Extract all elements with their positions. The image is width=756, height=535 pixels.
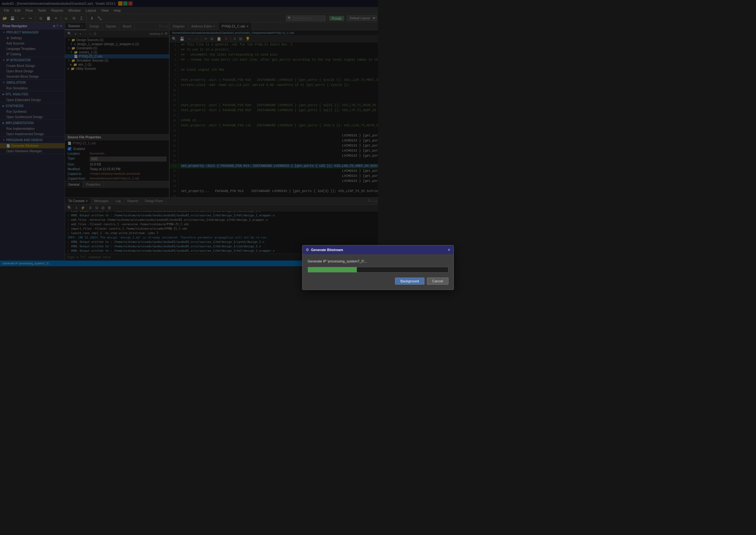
modal-message: Generate IP 'processing_system7_0'... (308, 259, 378, 263)
modal-body: Generate IP 'processing_system7_0'... Ba… (302, 254, 378, 268)
progress-bar-fill (308, 267, 357, 268)
modal-title-text: Generate Bitstream (311, 248, 378, 252)
modal-title-icon: ⚙ (306, 248, 309, 252)
progress-bar-container (308, 267, 378, 268)
modal-dialog: ⚙ Generate Bitstream × Generate IP 'proc… (302, 245, 378, 268)
modal-titlebar: ⚙ Generate Bitstream × (302, 245, 378, 254)
modal-overlay[interactable]: ⚙ Generate Bitstream × Generate IP 'proc… (0, 0, 378, 268)
